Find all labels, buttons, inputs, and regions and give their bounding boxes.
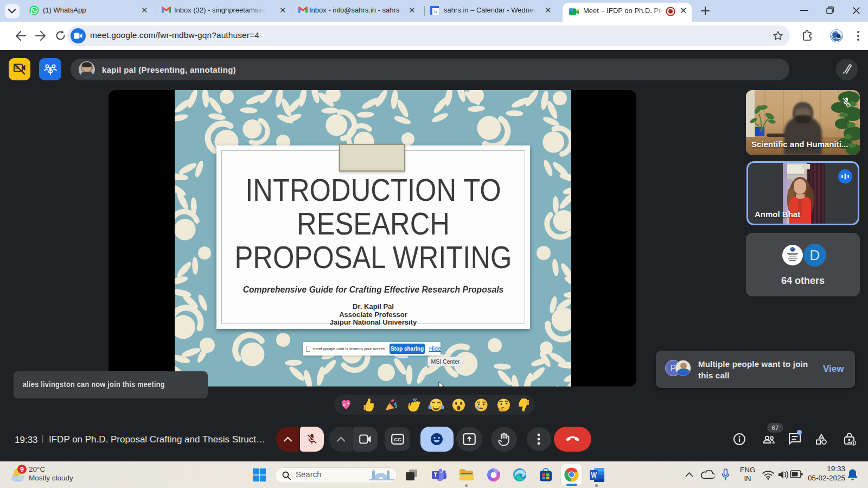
svg-text:CC: CC xyxy=(394,436,401,442)
svg-text:5: 5 xyxy=(434,9,437,14)
